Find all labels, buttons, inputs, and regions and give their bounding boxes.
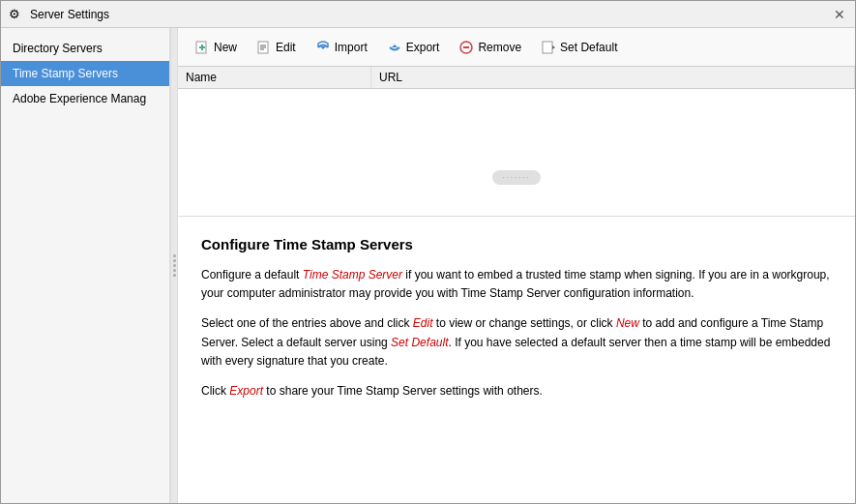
italic-time-stamp-server: Time Stamp Server [303, 268, 402, 282]
resizer-dot [173, 269, 176, 272]
resizer-dot [173, 259, 176, 262]
table-body [178, 89, 855, 166]
edit-button[interactable]: Edit [248, 35, 305, 60]
main-panel: New Edit [178, 28, 855, 503]
svg-marker-7 [320, 46, 326, 49]
italic-export: Export [229, 384, 263, 398]
content-area: Directory Servers Time Stamp Servers Ado… [1, 28, 855, 503]
sidebar-resizer[interactable] [170, 28, 178, 503]
table-header-name: Name [178, 67, 371, 88]
new-label: New [214, 41, 237, 54]
svg-marker-12 [552, 45, 555, 49]
edit-label: Edit [276, 41, 296, 54]
resizer-dot [173, 264, 176, 267]
italic-new: New [616, 316, 639, 330]
help-title: Configure Time Stamp Servers [201, 236, 832, 252]
help-area: Configure Time Stamp Servers Configure a… [178, 217, 855, 503]
close-button[interactable]: ✕ [832, 8, 847, 21]
sidebar-item-label: Adobe Experience Manag [13, 92, 146, 105]
toolbar: New Edit [178, 28, 855, 67]
export-button[interactable]: Export [378, 35, 449, 60]
set-default-label: Set Default [560, 41, 617, 54]
resizer-dot [173, 254, 176, 257]
italic-edit: Edit [413, 316, 433, 330]
import-label: Import [335, 41, 368, 54]
export-icon [387, 40, 402, 55]
sidebar-item-directory-servers[interactable]: Directory Servers [1, 36, 169, 61]
window-icon: ⚙ [9, 7, 24, 22]
table-area: Name URL ······· [178, 67, 855, 217]
server-settings-window: ⚙ Server Settings ✕ Directory Servers Ti… [0, 0, 856, 504]
svg-rect-11 [543, 42, 552, 53]
set-default-icon [541, 40, 556, 55]
edit-icon [256, 40, 272, 55]
title-bar-left: ⚙ Server Settings [9, 7, 109, 22]
title-bar: ⚙ Server Settings ✕ [1, 1, 855, 28]
new-button[interactable]: New [186, 35, 246, 60]
remove-button[interactable]: Remove [450, 35, 530, 60]
remove-label: Remove [478, 41, 521, 54]
import-icon [315, 40, 331, 55]
sidebar-item-adobe-experience[interactable]: Adobe Experience Manag [1, 86, 169, 111]
table-header: Name URL [178, 67, 855, 89]
sidebar-item-label: Directory Servers [13, 42, 103, 55]
help-para-1: Configure a default Time Stamp Server if… [201, 266, 832, 303]
table-header-url: URL [371, 67, 855, 88]
remove-icon [458, 40, 474, 55]
svg-marker-8 [392, 44, 398, 47]
italic-set-default: Set Default [391, 336, 448, 349]
sidebar-item-label: Time Stamp Servers [13, 67, 118, 80]
sidebar-item-time-stamp-servers[interactable]: Time Stamp Servers [1, 61, 169, 86]
resizer-handle [173, 254, 176, 277]
new-icon [194, 40, 210, 55]
help-para-3: Click Export to share your Time Stamp Se… [201, 382, 832, 400]
window-title: Server Settings [30, 8, 109, 21]
sidebar: Directory Servers Time Stamp Servers Ado… [1, 28, 170, 503]
import-button[interactable]: Import [307, 35, 376, 60]
set-default-button[interactable]: Set Default [532, 35, 626, 60]
scroll-indicator-area: ······· [178, 166, 855, 189]
scroll-dots: ······· [492, 170, 541, 185]
export-label: Export [406, 41, 440, 54]
help-para-2: Select one of the entries above and clic… [201, 314, 832, 371]
resizer-dot [173, 274, 176, 277]
